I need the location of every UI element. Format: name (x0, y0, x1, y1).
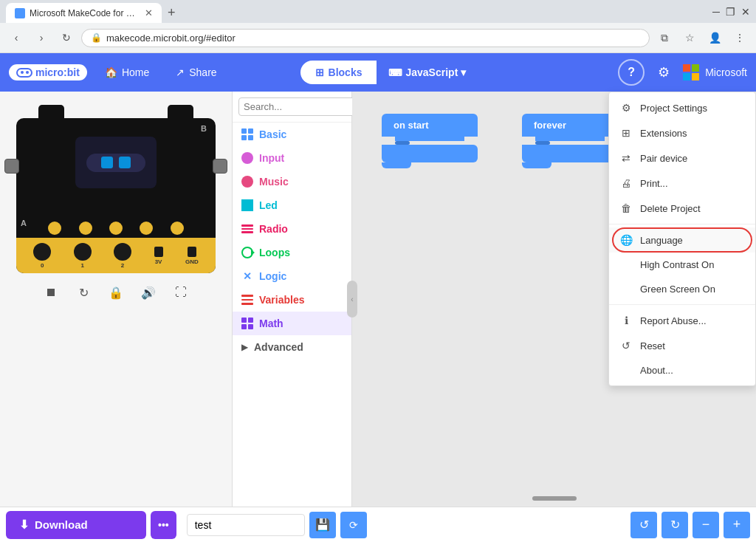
menu-item-pair-device[interactable]: ⇄ Pair device (609, 145, 755, 171)
close-button[interactable]: ✕ (741, 6, 750, 18)
report-abuse-icon: ℹ (619, 315, 633, 326)
horizontal-scrollbar[interactable] (532, 496, 577, 501)
download-icon: ⬇ (19, 518, 29, 532)
undo-icon: ↺ (639, 518, 649, 531)
radio-label: Radio (259, 223, 288, 235)
category-music[interactable]: Music (233, 170, 351, 193)
pair-device-icon: ⇄ (619, 152, 633, 164)
button-a[interactable] (4, 159, 19, 174)
maximize-button[interactable]: ❐ (726, 6, 735, 18)
music-label: Music (259, 176, 289, 188)
zoom-out-button[interactable]: − (693, 512, 719, 538)
reset-icon: ↺ (619, 340, 633, 351)
menu-item-green-screen[interactable]: Green Screen On (609, 277, 755, 301)
download-more-button[interactable]: ••• (151, 511, 176, 539)
forward-button[interactable]: › (31, 27, 52, 48)
project-settings-label: Project Settings (640, 103, 707, 114)
browser-menu-button[interactable]: ⋮ (729, 27, 750, 48)
share-label: Share (189, 66, 216, 78)
fullscreen-button[interactable]: ⛶ (171, 282, 191, 303)
extensions-button[interactable]: ⧉ (654, 27, 675, 48)
javascript-tab[interactable]: ⌨ JavaScript ▾ (377, 61, 478, 84)
address-bar[interactable]: 🔒 makecode.microbit.org/#editor (81, 29, 650, 47)
project-name-input[interactable] (187, 514, 305, 536)
volume-button[interactable]: 🔊 (138, 282, 159, 303)
menu-item-delete-project[interactable]: 🗑 Delete Project (609, 196, 755, 221)
category-radio[interactable]: Radio (233, 217, 351, 241)
category-advanced[interactable]: ▶ Advanced (233, 335, 351, 359)
blocks-tab-label: Blocks (329, 66, 362, 78)
redo-button[interactable]: ↻ (662, 512, 688, 538)
forever-block[interactable]: forever (522, 114, 618, 168)
menu-item-language[interactable]: 🌐 Language (609, 227, 755, 253)
button-b[interactable] (213, 159, 227, 174)
app-header: micro:bit 🏠 Home ↗ Share ⊞ Blocks ⌨ Java… (0, 53, 756, 92)
settings-button[interactable]: ⚙ (650, 59, 677, 86)
zoom-in-button[interactable]: + (724, 512, 750, 538)
category-loops[interactable]: Loops (233, 241, 351, 264)
menu-item-high-contrast[interactable]: High Contrast On (609, 253, 755, 277)
simulator-panel: B A 0 1 (0, 92, 233, 507)
microbit-top-notches (16, 105, 216, 120)
restart-button[interactable]: ↻ (73, 282, 94, 303)
category-math[interactable]: Math (233, 312, 351, 335)
github-button[interactable]: ⟳ (340, 512, 367, 538)
blocks-tab[interactable]: ⊞ Blocks (300, 61, 377, 84)
green-screen-label: Green Screen On (640, 284, 715, 295)
microsoft-logo (683, 64, 699, 80)
toolbox-panel: 🔍 Basic Input Music (233, 92, 352, 507)
high-contrast-label: High Contrast On (640, 259, 714, 270)
pin-strip: 0 1 2 3V GND (16, 238, 216, 273)
variables-icon (241, 295, 253, 305)
mode-tabs: ⊞ Blocks ⌨ JavaScript ▾ (300, 61, 478, 84)
download-button[interactable]: ⬇ Download (6, 511, 146, 539)
basic-label: Basic (259, 128, 286, 140)
reset-label: Reset (640, 340, 665, 351)
input-icon (241, 152, 253, 164)
simulator-controls: ⏹ ↻ 🔒 🔊 ⛶ (41, 282, 191, 303)
help-button[interactable]: ? (618, 59, 645, 86)
menu-item-about[interactable]: About... (609, 358, 755, 383)
refresh-button[interactable]: ↻ (56, 27, 77, 48)
menu-item-report-abuse[interactable]: ℹ Report Abuse... (609, 308, 755, 333)
share-icon: ↗ (176, 66, 185, 78)
microbit-screen (75, 137, 157, 188)
search-bar: 🔍 (233, 92, 351, 123)
home-nav-button[interactable]: 🏠 Home (96, 62, 158, 83)
download-label: Download (35, 518, 88, 531)
microbit-device: B A 0 1 (16, 118, 216, 273)
home-label: Home (122, 66, 149, 78)
menu-item-project-settings[interactable]: ⚙ Project Settings (609, 95, 755, 120)
menu-item-extensions[interactable]: ⊞ Extensions (609, 120, 755, 145)
menu-divider-2 (609, 304, 755, 305)
minimize-button[interactable]: ─ (712, 6, 720, 18)
browser-tab[interactable]: Microsoft MakeCode for micro:b... ✕ (6, 3, 162, 23)
menu-item-print[interactable]: 🖨 Print... (609, 171, 755, 196)
logo-area: micro:bit (9, 64, 87, 80)
profile-button[interactable]: 👤 (704, 27, 725, 48)
menu-divider-1 (609, 224, 755, 224)
home-icon: 🏠 (105, 66, 117, 78)
category-basic[interactable]: Basic (233, 123, 351, 146)
on-start-label: on start (394, 120, 429, 131)
tab-close-icon[interactable]: ✕ (145, 7, 153, 18)
advanced-arrow-icon: ▶ (241, 342, 248, 352)
category-led[interactable]: Led (233, 193, 351, 217)
category-list: Basic Input Music Led Radio (233, 123, 351, 507)
category-variables[interactable]: Variables (233, 288, 351, 312)
menu-item-reset[interactable]: ↺ Reset (609, 333, 755, 358)
on-start-block[interactable]: on start (382, 114, 478, 168)
toolbox-resize-handle[interactable]: ‹ (347, 281, 357, 318)
share-nav-button[interactable]: ↗ Share (167, 62, 225, 83)
tab-title: Microsoft MakeCode for micro:b... (30, 8, 140, 18)
bookmark-button[interactable]: ☆ (679, 27, 700, 48)
logo-badge[interactable]: micro:bit (9, 64, 87, 80)
category-input[interactable]: Input (233, 146, 351, 170)
undo-button[interactable]: ↺ (630, 512, 657, 538)
category-logic[interactable]: ✕ Logic (233, 264, 351, 288)
save-project-button[interactable]: 💾 (309, 512, 336, 538)
back-button[interactable]: ‹ (6, 27, 27, 48)
stop-button[interactable]: ⏹ (41, 282, 61, 303)
mute-button[interactable]: 🔒 (106, 282, 126, 303)
new-tab-button[interactable]: + (162, 5, 182, 21)
